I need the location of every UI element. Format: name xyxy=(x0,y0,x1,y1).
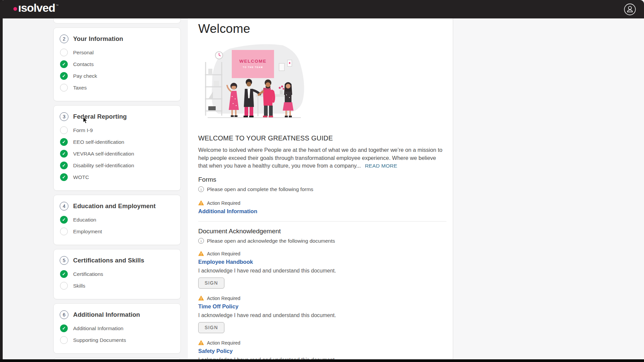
warning-icon xyxy=(198,340,204,345)
svg-text:TO THE TEAM: TO THE TEAM xyxy=(243,66,263,68)
warning-icon xyxy=(198,200,204,205)
info-icon: i xyxy=(198,238,204,244)
acknowledge-text: I acknowledge I have read and understand… xyxy=(198,312,443,318)
step-item-label: WOTC xyxy=(73,174,89,180)
document-link[interactable]: Employee Handbook xyxy=(198,259,253,265)
step-item[interactable]: EEO self-identification xyxy=(60,136,172,148)
action-required-label: Action Required xyxy=(207,340,240,346)
right-background-panel xyxy=(453,18,644,362)
step-item[interactable]: Pay check xyxy=(60,70,172,82)
step-item[interactable]: Disability self-identification xyxy=(60,160,172,171)
window-bottom-edge xyxy=(0,359,644,362)
empty-circle-icon xyxy=(60,49,68,56)
greatness-guide-paragraph: Welcome to isolved where People are at t… xyxy=(198,146,446,170)
welcome-sign: WELCOME TO THE TEAM xyxy=(232,50,274,78)
greatness-guide-text: Welcome to isolved where People are at t… xyxy=(198,147,442,169)
warning-icon xyxy=(198,251,204,256)
document-block: Action Required Safety Policy I acknowle… xyxy=(198,340,443,362)
step-card-title: Certifications and Skills xyxy=(73,257,144,264)
document-action-required: Action Required xyxy=(198,296,443,301)
check-circle-icon xyxy=(60,162,68,169)
sign-button[interactable]: SIGN xyxy=(198,278,224,289)
check-circle-icon xyxy=(60,324,68,332)
step-item[interactable]: Taxes xyxy=(60,82,172,94)
empty-circle-icon xyxy=(60,336,68,344)
read-more-link[interactable]: READ MORE xyxy=(365,163,397,169)
step-item-label: Additional Information xyxy=(73,325,123,331)
empty-circle-icon xyxy=(60,84,68,92)
step-number-badge: 3 xyxy=(60,112,68,121)
step-item[interactable]: Employment xyxy=(60,226,172,237)
step-card: 5 Certifications and Skills Certificatio… xyxy=(53,249,181,299)
documents-info-text: Please open and acknowledge the followin… xyxy=(207,238,335,244)
sign-button[interactable]: SIGN xyxy=(198,322,224,333)
previous-step-card-partial xyxy=(53,18,181,23)
logo-text: ısolved xyxy=(18,2,55,13)
check-circle-icon xyxy=(60,173,68,181)
check-circle-icon xyxy=(60,60,68,68)
forms-additional-information-link[interactable]: Additional Information xyxy=(198,208,257,215)
step-item-label: Skills xyxy=(73,283,85,289)
user-account-button[interactable] xyxy=(623,3,637,16)
user-avatar-icon xyxy=(623,3,637,16)
step-number-badge: 4 xyxy=(60,202,68,210)
step-item-label: Form I-9 xyxy=(73,127,93,133)
main-content-panel: Welcome WELCOME TO THE TEAM xyxy=(188,18,453,362)
document-block: Action Required Employee Handbook I ackn… xyxy=(198,251,443,289)
step-item[interactable]: Form I-9 xyxy=(60,124,172,136)
acknowledge-text: I acknowledge I have read and understand… xyxy=(198,268,443,274)
step-card-header: 3 Federal Reporting xyxy=(60,112,172,121)
document-link[interactable]: Time Off Policy xyxy=(198,303,238,310)
forms-info-row: i Please open and complete the following… xyxy=(198,186,443,192)
greatness-guide-heading: WELCOME TO YOUR GREATNESS GUIDE xyxy=(198,134,443,142)
step-item[interactable]: Certifications xyxy=(60,268,172,280)
step-card-title: Federal Reporting xyxy=(73,113,127,120)
step-item[interactable]: Skills xyxy=(60,280,172,292)
step-item[interactable]: Supporting Documents xyxy=(60,334,172,346)
logo-dot-icon xyxy=(13,7,17,11)
document-acknowledgement-heading: Document Acknowledgement xyxy=(198,228,443,235)
onboarding-steps-sidebar: 2 Your Information Personal Contacts Pay… xyxy=(53,18,181,362)
step-item-label: VEVRAA self-identification xyxy=(73,151,134,157)
step-item-label: Personal xyxy=(73,50,94,56)
step-item[interactable]: Personal xyxy=(60,47,172,58)
action-required-label: Action Required xyxy=(207,251,240,256)
step-card-header: 4 Education and Employment xyxy=(60,202,172,210)
step-item-label: Pay check xyxy=(73,73,97,79)
forms-heading: Forms xyxy=(198,176,443,183)
isolved-onboarding-page: ısolved ™ Welcome xyxy=(0,0,644,362)
step-item-label: Contacts xyxy=(73,61,94,67)
step-number-badge: 2 xyxy=(60,35,68,43)
step-card-title: Education and Employment xyxy=(73,202,156,210)
action-required-label: Action Required xyxy=(207,200,240,206)
step-item-label: EEO self-identification xyxy=(73,139,124,145)
step-item[interactable]: VEVRAA self-identification xyxy=(60,148,172,160)
isolved-logo: ısolved ™ xyxy=(13,2,58,13)
logo-trademark: ™ xyxy=(56,4,58,7)
clock-icon xyxy=(215,52,223,59)
document-block: Action Required Time Off Policy I acknow… xyxy=(198,296,443,333)
step-number-badge: 6 xyxy=(60,310,68,319)
step-card-title: Your Information xyxy=(73,35,123,43)
step-item-label: Employment xyxy=(73,229,102,235)
warning-icon xyxy=(198,296,204,301)
page-title: Welcome xyxy=(198,22,443,36)
step-item[interactable]: Additional Information xyxy=(60,322,172,334)
check-circle-icon xyxy=(60,150,68,158)
step-item[interactable]: Education xyxy=(60,214,172,226)
top-bar: ısolved ™ xyxy=(0,0,644,18)
forms-info-text: Please open and complete the following f… xyxy=(207,186,313,192)
step-item-label: Education xyxy=(73,217,96,223)
step-card-title: Additional Information xyxy=(73,311,140,318)
step-card-header: 5 Certifications and Skills xyxy=(60,256,172,265)
documents-info-row: i Please open and acknowledge the follow… xyxy=(198,238,443,244)
step-item-label: Certifications xyxy=(73,271,103,277)
step-item-label: Taxes xyxy=(73,85,87,91)
document-link[interactable]: Safety Policy xyxy=(198,348,233,354)
step-item[interactable]: Contacts xyxy=(60,58,172,70)
step-item[interactable]: WOTC xyxy=(60,171,172,183)
step-card: 4 Education and Employment Education Emp… xyxy=(53,195,181,245)
check-circle-icon xyxy=(60,72,68,80)
step-item-label: Supporting Documents xyxy=(73,337,126,343)
step-card-header: 6 Additional Information xyxy=(60,310,172,319)
